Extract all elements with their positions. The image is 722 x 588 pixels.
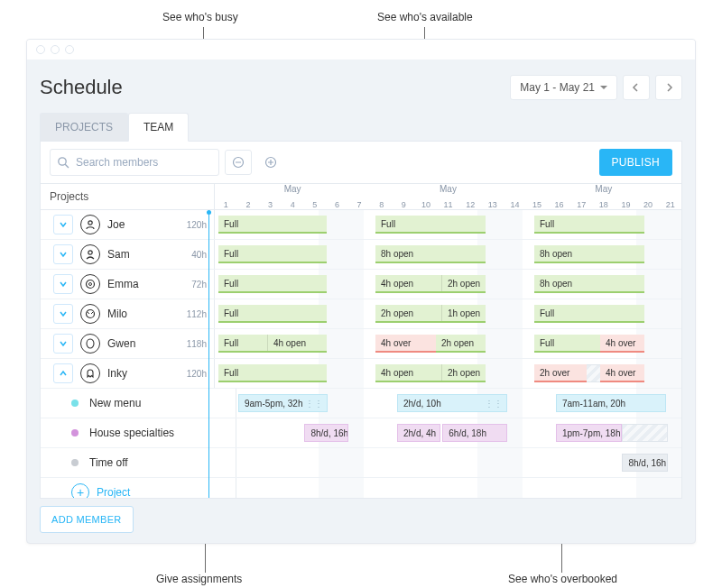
workload-bar[interactable]: 2h over 4h over xyxy=(534,364,644,382)
workload-bar[interactable]: Full xyxy=(534,216,644,234)
publish-button[interactable]: PUBLISH xyxy=(599,149,672,176)
collapse-button[interactable] xyxy=(53,363,73,383)
task-row-house: House specialties 8h/d, 16h 2h/d, 4h 6h/… xyxy=(41,418,681,448)
chevron-down-icon xyxy=(59,220,68,229)
member-name: Gwen xyxy=(107,337,180,350)
task-bullet-icon xyxy=(71,459,79,466)
add-member-button[interactable]: ADD MEMBER xyxy=(40,506,134,533)
svg-point-10 xyxy=(89,283,92,286)
tab-team[interactable]: TEAM xyxy=(128,113,189,142)
day-label: 12 xyxy=(459,200,482,209)
day-label: 14 xyxy=(504,200,526,209)
workload-bar[interactable]: Full xyxy=(218,305,327,323)
assignment-bar[interactable]: 6h/d, 18h xyxy=(442,424,506,442)
tab-projects[interactable]: PROJECTS xyxy=(40,113,128,141)
svg-point-7 xyxy=(88,221,92,225)
assignment-bar[interactable]: 2h/d, 10h⋮⋮ xyxy=(397,394,507,412)
app-window: Schedule May 1 - May 21 PROJECTS xyxy=(26,39,696,544)
workload-bar[interactable]: 2h open1h open xyxy=(375,305,486,323)
search-icon xyxy=(57,156,69,169)
assignment-bar[interactable]: 2h/d, 4h xyxy=(397,424,440,442)
schedule-grid: Projects May 1 2 3 4 5 6 7 xyxy=(40,184,682,499)
expand-button[interactable] xyxy=(53,304,73,324)
workload-bar[interactable]: Full xyxy=(218,364,327,382)
avatar-icon xyxy=(80,363,100,383)
workload-bar[interactable]: Full xyxy=(534,305,644,323)
date-range-label: May 1 - May 21 xyxy=(520,81,595,94)
drag-handle-icon[interactable]: ⋮⋮ xyxy=(305,399,323,409)
member-row-gwen: Gwen 118h Full4h open 4h over 2h open xyxy=(41,329,681,359)
assignment-bar[interactable]: 1pm-7pm, 18h xyxy=(556,424,622,442)
member-hours: 40h xyxy=(191,250,207,260)
toolbar: PUBLISH xyxy=(40,142,682,184)
expand-button[interactable] xyxy=(53,274,73,294)
add-project-row[interactable]: + Project xyxy=(41,478,681,498)
assignment-bar[interactable]: 9am-5pm, 32h⋮⋮ xyxy=(238,394,328,412)
callout-overbooked: See who's overbooked xyxy=(508,573,617,585)
task-bullet-icon xyxy=(71,400,79,407)
svg-point-8 xyxy=(88,251,92,254)
day-label: 5 xyxy=(304,200,327,209)
expand-button[interactable] xyxy=(53,244,73,264)
member-name: Milo xyxy=(107,308,180,320)
drag-handle-icon[interactable]: ⋮⋮ xyxy=(485,399,503,409)
avatar-icon xyxy=(80,215,100,234)
expand-button[interactable] xyxy=(53,215,73,234)
workload-bar[interactable]: 4h over 2h open xyxy=(375,335,486,353)
assignment-bar[interactable]: 8h/d, 16h xyxy=(622,454,667,472)
window-dot xyxy=(51,45,60,54)
workload-bar[interactable]: Full4h open xyxy=(218,335,327,353)
prev-period-button[interactable] xyxy=(623,75,650,100)
member-name: Joe xyxy=(107,218,180,231)
chevron-left-icon xyxy=(632,83,641,92)
member-row-emma: Emma 72h Full 4h open2h open 8h open xyxy=(41,270,681,299)
day-label: 20 xyxy=(637,200,660,209)
day-label: 13 xyxy=(481,200,504,209)
timeline-header: May 1 2 3 4 5 6 7 xyxy=(215,184,681,209)
expand-button[interactable] xyxy=(53,334,73,354)
assignment-bar[interactable] xyxy=(622,424,667,442)
search-input[interactable] xyxy=(50,149,219,176)
workload-bar[interactable]: 4h open2h open xyxy=(375,364,486,382)
chevron-right-icon xyxy=(664,83,673,92)
member-hours: 118h xyxy=(187,339,207,349)
chevron-up-icon xyxy=(59,369,68,378)
next-period-button[interactable] xyxy=(655,75,682,100)
avatar-icon xyxy=(80,274,100,294)
chevron-down-icon xyxy=(600,86,607,93)
date-range-picker[interactable]: May 1 - May 21 xyxy=(510,75,617,100)
workload-bar[interactable]: 8h open xyxy=(534,275,644,293)
chevron-down-icon xyxy=(59,280,68,289)
expand-icon xyxy=(264,156,277,169)
workload-bar[interactable]: Full 4h over xyxy=(534,335,644,353)
day-label: 2 xyxy=(237,200,260,209)
chevron-down-icon xyxy=(59,309,68,318)
workload-bar[interactable]: 8h open xyxy=(534,245,644,263)
collapse-icon xyxy=(232,156,245,169)
chevron-down-icon xyxy=(59,250,68,259)
callout-assignments: Give assignments xyxy=(156,573,242,585)
day-label: 7 xyxy=(348,200,371,209)
today-marker xyxy=(208,210,209,498)
task-bullet-icon xyxy=(71,429,79,436)
day-label: 17 xyxy=(570,200,593,209)
workload-bar[interactable]: Full xyxy=(218,216,327,234)
page-title: Schedule xyxy=(40,76,123,99)
day-label: 8 xyxy=(370,200,393,209)
collapse-all-button[interactable] xyxy=(225,150,252,175)
workload-bar[interactable]: Full xyxy=(218,245,327,263)
month-label: May xyxy=(284,184,301,194)
workload-bar[interactable]: Full xyxy=(375,216,486,234)
workload-bar[interactable]: 8h open xyxy=(375,245,486,263)
workload-bar[interactable]: 4h open2h open xyxy=(375,275,486,293)
day-label: 1 xyxy=(215,200,237,209)
task-row-timeoff: Time off 8h/d, 16h xyxy=(41,448,681,478)
member-hours: 120h xyxy=(187,220,207,230)
task-name: Time off xyxy=(89,456,236,469)
member-hours: 112h xyxy=(187,309,207,319)
expand-all-button[interactable] xyxy=(257,150,284,175)
assignment-bar[interactable]: 8h/d, 16h xyxy=(304,424,347,442)
workload-bar[interactable]: Full xyxy=(218,275,327,293)
task-row-new-menu: New menu 9am-5pm, 32h⋮⋮ 2h/d, 10h⋮⋮ 7am-… xyxy=(41,389,681,418)
assignment-bar[interactable]: 7am-11am, 20h xyxy=(556,394,666,412)
